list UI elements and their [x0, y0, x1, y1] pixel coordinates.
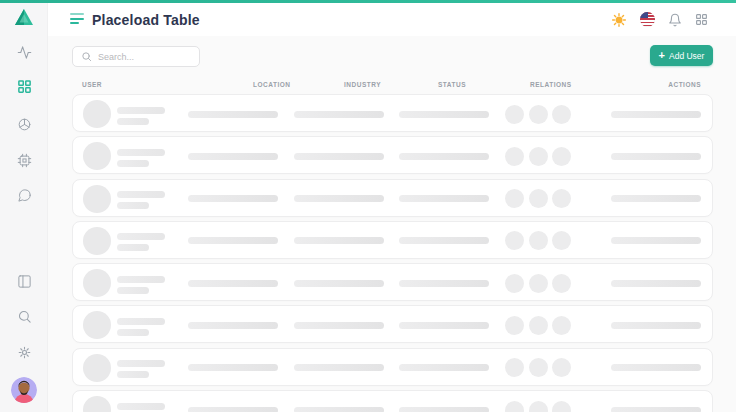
table-row — [72, 263, 713, 301]
skeleton-industry-bar — [294, 237, 384, 244]
skeleton-name-bar-long — [117, 360, 165, 367]
skeleton-name-bar-long — [117, 276, 165, 283]
top-header: Placeload Table — [48, 3, 736, 36]
column-header-industry: INDUSTRY — [344, 81, 381, 88]
skeleton-name-bar-short — [117, 329, 149, 336]
skeleton-location-bar — [188, 364, 278, 371]
skeleton-industry-bar — [294, 364, 384, 371]
skeleton-name-bar-short — [117, 160, 149, 167]
table-row — [72, 305, 713, 343]
sphere-3d-icon[interactable] — [17, 117, 32, 132]
search-icon — [81, 51, 92, 62]
skeleton-actions-bar — [611, 153, 701, 160]
skeleton-relation-circle — [552, 274, 571, 293]
plus-icon: + — [659, 50, 665, 61]
skeleton-avatar-circle — [83, 269, 111, 297]
skeleton-relation-circle — [552, 105, 571, 124]
skeleton-status-bar — [399, 153, 489, 160]
dashboard-grid-icon[interactable] — [17, 79, 32, 94]
column-header-actions: ACTIONS — [668, 81, 701, 88]
skeleton-avatar-circle — [83, 396, 111, 412]
skeleton-avatar-circle — [83, 227, 111, 255]
skeleton-actions-bar — [611, 195, 701, 202]
skeleton-location-bar — [188, 280, 278, 287]
skeleton-relation-circle — [505, 316, 524, 335]
skeleton-industry-bar — [294, 195, 384, 202]
search-input[interactable] — [92, 52, 182, 62]
skeleton-relation-circle — [505, 231, 524, 250]
bell-notifications-icon[interactable] — [668, 13, 682, 27]
skeleton-name-bar-long — [117, 403, 165, 410]
activity-icon[interactable] — [17, 45, 32, 60]
skeleton-name-bar-long — [117, 107, 165, 114]
skeleton-location-bar — [188, 237, 278, 244]
table-row — [72, 94, 713, 132]
skeleton-relation-circle — [505, 401, 524, 412]
skeleton-actions-bar — [611, 237, 701, 244]
us-flag-language-icon[interactable] — [640, 12, 655, 27]
skeleton-status-bar — [399, 364, 489, 371]
skeleton-name-bar-short — [117, 371, 149, 378]
skeleton-status-bar — [399, 407, 489, 412]
skeleton-relation-circle — [505, 147, 524, 166]
skeleton-relation-circle — [552, 401, 571, 412]
chat-bubble-icon[interactable] — [17, 188, 32, 203]
cpu-icon[interactable] — [17, 153, 32, 168]
page-title: Placeload Table — [92, 3, 200, 36]
add-user-label: Add User — [669, 51, 704, 61]
skeleton-relation-circle — [552, 147, 571, 166]
skeleton-actions-bar — [611, 111, 701, 118]
skeleton-name-bar-long — [117, 318, 165, 325]
skeleton-relation-circle — [552, 358, 571, 377]
skeleton-relation-circle — [552, 316, 571, 335]
user-avatar[interactable] — [11, 377, 37, 403]
skeleton-location-bar — [188, 407, 278, 412]
skeleton-name-bar-short — [117, 287, 149, 294]
skeleton-industry-bar — [294, 280, 384, 287]
skeleton-status-bar — [399, 195, 489, 202]
sun-theme-icon[interactable] — [611, 12, 627, 28]
skeleton-avatar-circle — [83, 100, 111, 128]
skeleton-name-bar-long — [117, 191, 165, 198]
skeleton-name-bar-short — [117, 118, 149, 125]
skeleton-industry-bar — [294, 322, 384, 329]
skeleton-name-bar-short — [117, 244, 149, 251]
table-row — [72, 348, 713, 386]
skeleton-industry-bar — [294, 153, 384, 160]
layout-sidebar-icon[interactable] — [17, 274, 32, 289]
app-logo-icon[interactable] — [14, 8, 34, 26]
table-row — [72, 179, 713, 217]
apps-grid-icon[interactable] — [695, 13, 708, 26]
skeleton-relation-circle — [505, 358, 524, 377]
column-header-relations: RELATIONS — [530, 81, 572, 88]
skeleton-relation-circle — [529, 401, 548, 412]
settings-gear-icon[interactable] — [17, 345, 32, 360]
skeleton-actions-bar — [611, 407, 701, 412]
skeleton-relation-circle — [552, 189, 571, 208]
skeleton-relation-circle — [552, 231, 571, 250]
skeleton-relation-circle — [529, 189, 548, 208]
skeleton-actions-bar — [611, 364, 701, 371]
skeleton-avatar-circle — [83, 354, 111, 382]
skeleton-avatar-circle — [83, 311, 111, 339]
skeleton-status-bar — [399, 111, 489, 118]
menu-toggle-icon[interactable] — [70, 13, 84, 26]
skeleton-name-bar-short — [117, 202, 149, 209]
skeleton-name-bar-long — [117, 149, 165, 156]
table-rows — [72, 94, 713, 412]
skeleton-avatar-circle — [83, 185, 111, 213]
column-header-location: LOCATION — [253, 81, 290, 88]
table-row — [72, 221, 713, 259]
sidebar-search-icon[interactable] — [17, 309, 32, 324]
skeleton-avatar-circle — [83, 142, 111, 170]
skeleton-location-bar — [188, 195, 278, 202]
skeleton-relation-circle — [529, 274, 548, 293]
column-header-user: USER — [82, 81, 102, 88]
skeleton-relation-circle — [529, 105, 548, 124]
page-loading-progress-bar — [0, 0, 736, 3]
sidebar — [0, 0, 48, 412]
add-user-button[interactable]: + Add User — [650, 45, 713, 66]
column-header-status: STATUS — [438, 81, 466, 88]
skeleton-industry-bar — [294, 407, 384, 412]
skeleton-relation-circle — [505, 189, 524, 208]
